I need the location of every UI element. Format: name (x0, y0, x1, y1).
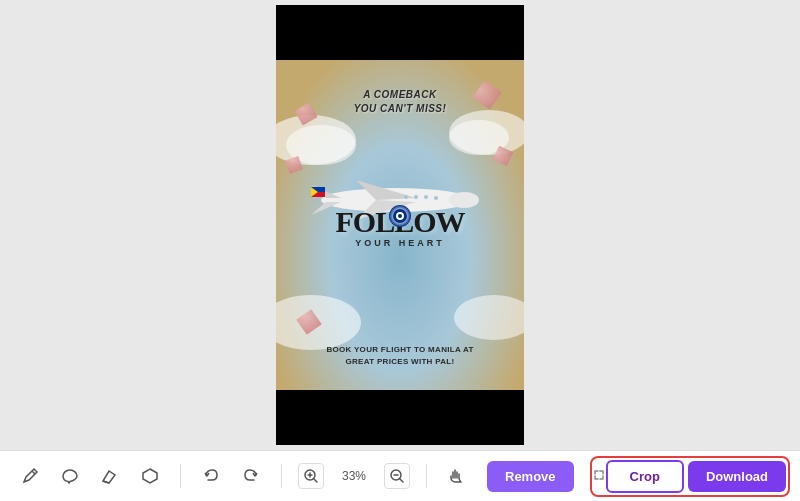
toolbar-divider-2 (281, 464, 282, 488)
crop-indicator-icon (594, 470, 604, 482)
cloud-6 (454, 295, 524, 340)
zoom-level: 33% (336, 469, 372, 483)
crop-button[interactable]: Crop (606, 460, 684, 493)
download-button[interactable]: Download (688, 461, 786, 492)
eraser-icon[interactable] (96, 462, 124, 490)
undo-icon[interactable] (197, 462, 225, 490)
shape-icon[interactable] (136, 462, 164, 490)
image-container: A COMEBACK YOU CAN'T MISS! (276, 5, 524, 445)
hand-icon[interactable] (443, 462, 471, 490)
svg-point-5 (404, 195, 408, 199)
pal-logo (389, 205, 411, 227)
poster-bottom-text: BOOK YOUR FLIGHT TO MANILA AT GREAT PRIC… (276, 344, 524, 368)
lasso-icon[interactable] (56, 462, 84, 490)
svg-point-3 (424, 195, 428, 199)
top-black-bar (276, 5, 524, 60)
crop-download-group: Crop Download (590, 456, 790, 497)
svg-marker-12 (143, 469, 157, 483)
poster-image: A COMEBACK YOU CAN'T MISS! (276, 60, 524, 390)
toolbar-divider-3 (426, 464, 427, 488)
toolbar: 33% Remove (0, 450, 800, 501)
svg-point-4 (414, 195, 418, 199)
poster-tagline: A COMEBACK YOU CAN'T MISS! (276, 88, 524, 116)
zoom-out-button[interactable] (384, 463, 410, 489)
remove-button[interactable]: Remove (487, 461, 574, 492)
pen-icon[interactable] (16, 462, 44, 490)
zoom-in-button[interactable] (298, 463, 324, 489)
svg-point-2 (434, 196, 438, 200)
redo-icon[interactable] (237, 462, 265, 490)
svg-point-11 (398, 214, 402, 218)
canvas-area: A COMEBACK YOU CAN'T MISS! (0, 0, 800, 450)
bottom-black-bar (276, 390, 524, 445)
poster-heart-text: YOUR HEART (276, 238, 524, 248)
tool-icons-group: 33% (16, 462, 471, 490)
toolbar-divider-1 (180, 464, 181, 488)
